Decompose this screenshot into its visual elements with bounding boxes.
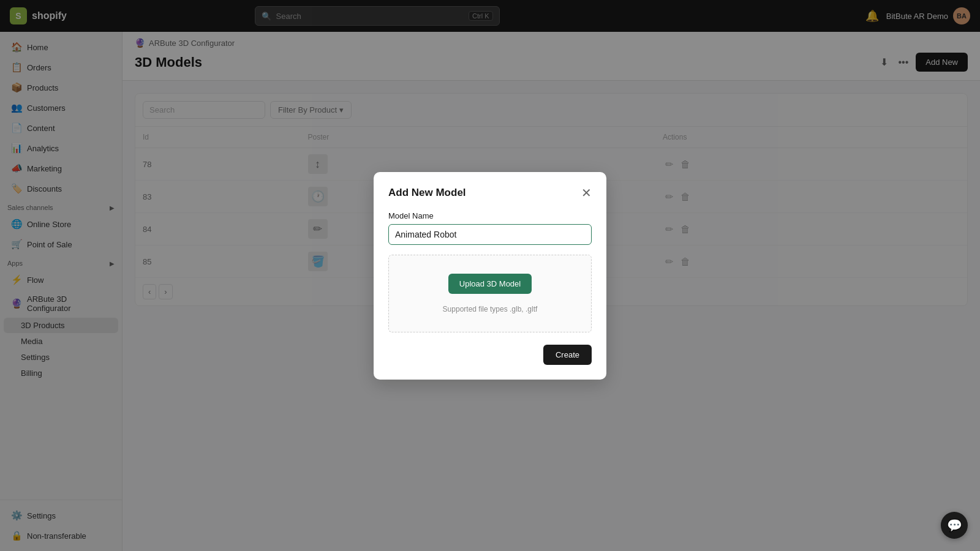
content-area: 🔮 ARBute 3D Configurator 3D Models ⬇ •••… (123, 32, 980, 551)
modal-footer: Create (388, 345, 592, 365)
model-name-label: Model Name (388, 211, 592, 220)
upload-hint: Supported file types .glb, .gltf (401, 305, 579, 313)
chat-icon: 💬 (947, 518, 962, 533)
chat-bubble-button[interactable]: 💬 (941, 512, 968, 539)
modal-title: Add New Model (388, 187, 466, 199)
modal-close-button[interactable]: ✕ (581, 187, 592, 199)
modal-overlay[interactable]: Add New Model ✕ Model Name Upload 3D Mod… (123, 32, 980, 551)
main-layout: 🏠 Home 📋 Orders 📦 Products 👥 Customers 📄… (0, 32, 980, 551)
upload-3d-model-button[interactable]: Upload 3D Model (448, 274, 532, 294)
upload-area: Upload 3D Model Supported file types .gl… (388, 255, 592, 332)
create-button[interactable]: Create (543, 345, 592, 365)
model-name-input[interactable] (388, 224, 592, 245)
modal-header: Add New Model ✕ (388, 187, 592, 199)
add-new-model-modal: Add New Model ✕ Model Name Upload 3D Mod… (374, 172, 606, 380)
